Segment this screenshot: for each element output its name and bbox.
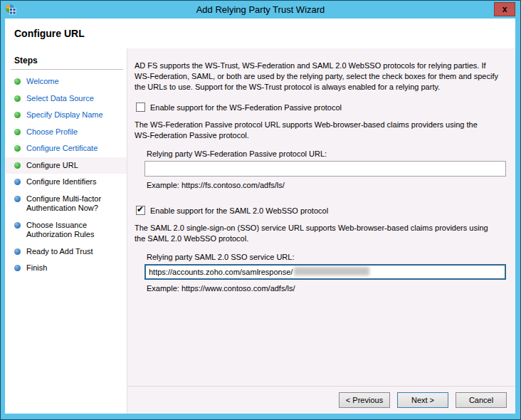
step-status-icon [14,196,21,202]
intro-text: AD FS supports the WS-Trust, WS-Federati… [135,61,502,93]
cancel-button[interactable]: Cancel [456,392,507,408]
sidebar-item-welcome[interactable]: Welcome [5,73,127,90]
steps-divider [11,69,123,70]
steps-list: Welcome Select Data Source Specify Displ… [5,73,127,277]
wsfed-checkbox-label[interactable]: Enable support for the WS-Federation Pas… [150,103,342,112]
step-status-icon [14,222,21,229]
button-bar: < Previous Next > Cancel [127,386,515,414]
close-button[interactable]: x [494,2,515,16]
saml-example-text: Example: https://www.contoso.com/adfs/ls… [147,284,515,293]
step-status-icon [14,265,21,271]
saml-url-value: https://accounts.zoho.com/samlresponse/ [149,268,293,276]
saml-description: The SAML 2.0 single-sign-on (SSO) servic… [135,223,490,244]
wizard-content: AD FS supports the WS-Trust, WS-Federati… [127,48,515,414]
previous-button[interactable]: < Previous [339,392,390,408]
wsfed-url-input[interactable] [144,161,506,177]
sidebar-item-select-data-source[interactable]: Select Data Source [5,90,127,107]
step-status-icon [14,78,21,85]
sidebar-item-configure-certificate[interactable]: Configure Certificate [5,140,127,157]
sidebar-item-configure-mfa: Configure Multi-factor Authentication No… [5,191,127,217]
wsfed-checkbox[interactable] [136,103,145,112]
step-status-icon [14,162,21,169]
wsfed-url-label: Relying party WS-Federation Passive prot… [147,149,515,158]
step-status-icon [14,145,21,152]
saml-checkbox-row: ✔ Enable support for the SAML 2.0 WebSSO… [136,206,515,215]
saml-checkbox-label[interactable]: Enable support for the SAML 2.0 WebSSO p… [150,206,328,215]
step-status-icon [14,112,21,118]
wsfed-checkbox-row: Enable support for the WS-Federation Pas… [136,103,515,112]
page-header: Configure URL [5,19,515,48]
sidebar-item-ready-to-add-trust: Ready to Add Trust [5,243,127,261]
dialog-surface: Configure URL Steps Welcome Select Data … [5,19,515,414]
wsfed-example-text: Example: https://fs.contoso.com/adfs/ls/ [147,181,515,189]
wsfed-description: The WS-Federation Passive protocol URL s… [135,120,490,141]
saml-url-input[interactable]: https://accounts.zoho.com/samlresponse/ [144,264,506,280]
steps-heading: Steps [5,53,127,69]
sidebar-item-specify-display-name[interactable]: Specify Display Name [5,107,127,124]
steps-sidebar: Steps Welcome Select Data Source Specify… [5,48,127,414]
titlebar: Add Relying Party Trust Wizard x [1,1,520,19]
sidebar-item-choose-profile[interactable]: Choose Profile [5,124,127,141]
sidebar-item-configure-url[interactable]: Configure URL [5,157,127,174]
check-icon: ✔ [137,204,144,214]
sidebar-item-choose-issuance-rules: Choose Issuance Authorization Rules [5,217,127,243]
step-status-icon [14,179,21,185]
page-title: Configure URL [5,19,515,39]
step-status-icon [14,95,21,102]
next-button[interactable]: Next > [397,392,448,408]
window-title: Add Relying Party Trust Wizard [196,4,325,15]
redacted-text [294,267,369,275]
sidebar-item-configure-identifiers: Configure Identifiers [5,174,127,191]
saml-url-label: Relying party SAML 2.0 SSO service URL: [147,253,515,261]
saml-checkbox[interactable]: ✔ [136,206,145,215]
step-status-icon [14,248,21,255]
step-status-icon [14,129,21,135]
wizard-window: Add Relying Party Trust Wizard x Configu… [0,0,521,420]
adfs-app-icon [5,4,16,15]
sidebar-item-finish: Finish [5,260,127,277]
